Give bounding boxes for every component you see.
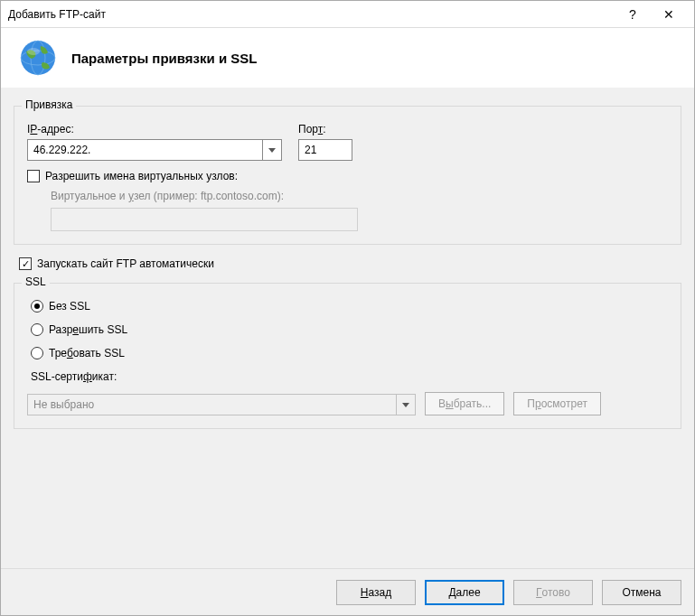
ssl-cert-label: SSL-сертификат: (31, 370, 668, 383)
ip-address-label: IP-адрес: (27, 123, 282, 135)
autostart-checkbox[interactable] (19, 257, 32, 270)
chevron-down-icon (268, 148, 276, 153)
back-button[interactable]: Назад (336, 580, 416, 605)
no-ssl-radio[interactable] (31, 300, 43, 313)
chevron-down-icon (402, 403, 409, 407)
wizard-footer: Назад Далее Готово Отмена (1, 568, 694, 615)
allow-ssl-label: Разрешить SSL (49, 323, 127, 336)
globe-icon (19, 39, 57, 77)
svg-point-0 (21, 41, 55, 75)
ssl-cert-dropdown-button (396, 394, 416, 415)
no-ssl-label: Без SSL (49, 300, 90, 313)
binding-fieldset: Привязка IP-адрес: Порт: (14, 106, 681, 245)
binding-legend: Привязка (22, 98, 76, 111)
ssl-fieldset: SSL Без SSL Разрешить SSL Требовать SSL … (14, 283, 681, 429)
page-title: Параметры привязки и SSL (71, 51, 258, 66)
virtual-hosts-label: Разрешить имена виртуальных узлов: (45, 170, 238, 182)
next-button[interactable]: Далее (425, 580, 504, 605)
view-cert-button: Просмотрет (513, 392, 601, 415)
cancel-button[interactable]: Отмена (602, 580, 681, 605)
port-label: Порт: (298, 123, 352, 135)
finish-button: Готово (513, 580, 593, 605)
svg-point-3 (27, 48, 40, 55)
virtual-host-input (51, 208, 358, 231)
select-cert-button: Выбрать... (425, 392, 504, 415)
ssl-legend: SSL (22, 275, 50, 288)
require-ssl-radio[interactable] (31, 347, 43, 359)
virtual-host-field-label: Виртуальное и узел (пример: ftp.contoso.… (51, 190, 668, 202)
window-title: Добавить FTP-сайт (8, 8, 615, 21)
ssl-cert-input (27, 394, 396, 415)
require-ssl-label: Требовать SSL (49, 347, 125, 359)
wizard-header: Параметры привязки и SSL (1, 28, 694, 88)
help-button[interactable]: ? (615, 2, 651, 27)
ip-address-combo[interactable] (27, 139, 282, 161)
virtual-hosts-checkbox[interactable] (27, 170, 40, 182)
autostart-label: Запускать сайт FTP автоматически (37, 257, 214, 270)
content-area: Привязка IP-адрес: Порт: (1, 88, 694, 568)
wizard-window: Добавить FTP-сайт ? ✕ Параметры привязки… (0, 0, 695, 616)
ip-address-input[interactable] (27, 139, 262, 161)
port-input[interactable] (298, 139, 352, 161)
titlebar: Добавить FTP-сайт ? ✕ (1, 1, 694, 28)
ip-dropdown-button[interactable] (262, 139, 282, 161)
close-button[interactable]: ✕ (651, 2, 687, 27)
ssl-cert-combo (27, 394, 416, 415)
allow-ssl-radio[interactable] (31, 323, 43, 336)
